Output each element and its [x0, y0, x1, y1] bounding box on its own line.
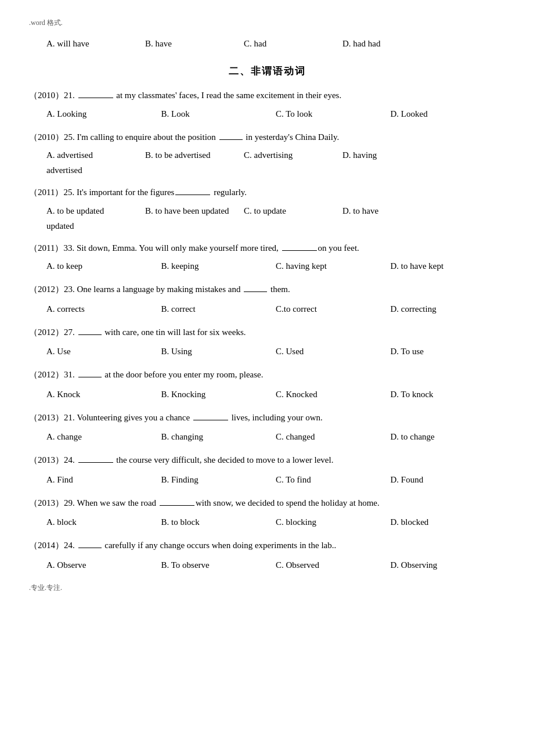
option-b: B. changing [161, 429, 276, 445]
option-c: C. blocking [276, 514, 391, 530]
options-row: A. Observe B. To observe C. Observed D. … [29, 557, 505, 573]
option-c: C. To find [276, 471, 391, 488]
question-text: （2013）24. the course very difficult, she… [29, 453, 505, 468]
option-b: B. To observe [161, 557, 276, 573]
question-text: （2011）33. Sit down, Emma. You will only … [29, 241, 505, 256]
option-wrap: advertised [29, 163, 505, 177]
question-block: （2014）24. carefully if any change occurs… [29, 538, 505, 573]
options-row: A. advertised B. to be advertised C. adv… [29, 147, 505, 163]
options-row: A. Use B. Using C. Used D. To use [29, 343, 505, 359]
option-wrap: updated [29, 219, 505, 233]
options-row: A. corrects B. correct C.to correct D. c… [29, 301, 505, 317]
option-c: C. Observed [276, 557, 391, 573]
option-a: A. Observe [46, 557, 161, 573]
option-c: C. To look [276, 106, 391, 122]
option-d: D. Observing [391, 557, 506, 573]
option-d: D. To use [391, 343, 506, 359]
option-d: D. Looked [391, 106, 506, 122]
question-text: （2012）27. with care, one tin will last f… [29, 325, 505, 340]
question-block: （2011）33. Sit down, Emma. You will only … [29, 241, 505, 275]
option-a: A. Knock [46, 386, 161, 402]
question-text: （2013）21. Volunteering gives you a chanc… [29, 411, 505, 426]
questions-container: （2010）21. at my classmates' faces, I rea… [29, 88, 505, 573]
question-block: （2013）24. the course very difficult, she… [29, 453, 505, 488]
options-row: A. block B. to block C. blocking D. bloc… [29, 514, 505, 530]
option-b: B. to be advertised [145, 147, 238, 163]
question-text: （2010）21. at my classmates' faces, I rea… [29, 88, 505, 103]
option-b: B. to have been updated [145, 203, 238, 219]
question-block: （2010）21. at my classmates' faces, I rea… [29, 88, 505, 122]
question-block: （2012）31. at the door before you enter m… [29, 368, 505, 402]
answer-c: C. had [244, 37, 319, 51]
option-c: C.to correct [276, 301, 391, 317]
option-a: A. to keep [46, 258, 161, 274]
question-block: （2012）27. with care, one tin will last f… [29, 325, 505, 360]
section-title: 二、非谓语动词 [29, 63, 505, 79]
question-text: （2012）31. at the door before you enter m… [29, 368, 505, 383]
option-a: A. Use [46, 343, 161, 359]
doc-header: .word 格式. [29, 17, 505, 28]
question-block: （2011）25. It's important for the figures… [29, 185, 505, 233]
option-d: D. having [342, 147, 435, 163]
option-d: D. Found [391, 471, 506, 488]
options-row: A. Find B. Finding C. To find D. Found [29, 471, 505, 488]
options-row: A. Knock B. Knocking C. Knocked D. To kn… [29, 386, 505, 402]
option-a: A. corrects [46, 301, 161, 317]
answer-b: B. have [145, 37, 221, 51]
doc-footer: .专业.专注. [29, 582, 505, 593]
option-c: C. changed [276, 429, 391, 445]
first-answer-row: A. will have B. have C. had D. had had [29, 34, 505, 53]
option-a: A. block [46, 514, 161, 530]
option-b: B. keeping [161, 258, 276, 274]
option-c: C. having kept [276, 258, 391, 274]
options-row: A. Looking B. Look C. To look D. Looked [29, 106, 505, 122]
question-text: （2010）25. I'm calling to enquire about t… [29, 130, 505, 145]
option-d: D. to have [342, 203, 435, 219]
question-text: （2012）23. One learns a language by makin… [29, 282, 505, 297]
option-d: D. correcting [391, 301, 506, 317]
option-a: A. change [46, 429, 161, 445]
option-d: D. to change [391, 429, 506, 445]
answer-d: D. had had [342, 37, 418, 51]
question-block: （2012）23. One learns a language by makin… [29, 282, 505, 317]
question-text: （2011）25. It's important for the figures… [29, 185, 505, 200]
option-a: A. to be updated [46, 203, 139, 219]
option-a: A. Looking [46, 106, 161, 122]
question-text: （2014）24. carefully if any change occurs… [29, 538, 505, 553]
option-b: B. correct [161, 301, 276, 317]
question-block: （2013）29. When we saw the road with snow… [29, 496, 505, 531]
option-d: D. blocked [391, 514, 506, 530]
question-text: （2013）29. When we saw the road with snow… [29, 496, 505, 511]
question-block: （2013）21. Volunteering gives you a chanc… [29, 411, 505, 445]
option-c: C. advertising [244, 147, 337, 163]
options-row: A. change B. changing C. changed D. to c… [29, 429, 505, 445]
option-c: C. Used [276, 343, 391, 359]
option-a: A. advertised [46, 147, 139, 163]
option-b: B. Knocking [161, 386, 276, 402]
option-a: A. Find [46, 471, 161, 488]
question-block: （2010）25. I'm calling to enquire about t… [29, 130, 505, 178]
options-row: A. to be updated B. to have been updated… [29, 203, 505, 219]
options-row: A. to keep B. keeping C. having kept D. … [29, 258, 505, 274]
option-b: B. Using [161, 343, 276, 359]
option-d: D. To knock [391, 386, 506, 402]
option-b: B. to block [161, 514, 276, 530]
option-b: B. Finding [161, 471, 276, 488]
option-c: C. to update [244, 203, 337, 219]
option-c: C. Knocked [276, 386, 391, 402]
answer-a: A. will have [46, 37, 122, 51]
option-d: D. to have kept [391, 258, 506, 274]
option-b: B. Look [161, 106, 276, 122]
